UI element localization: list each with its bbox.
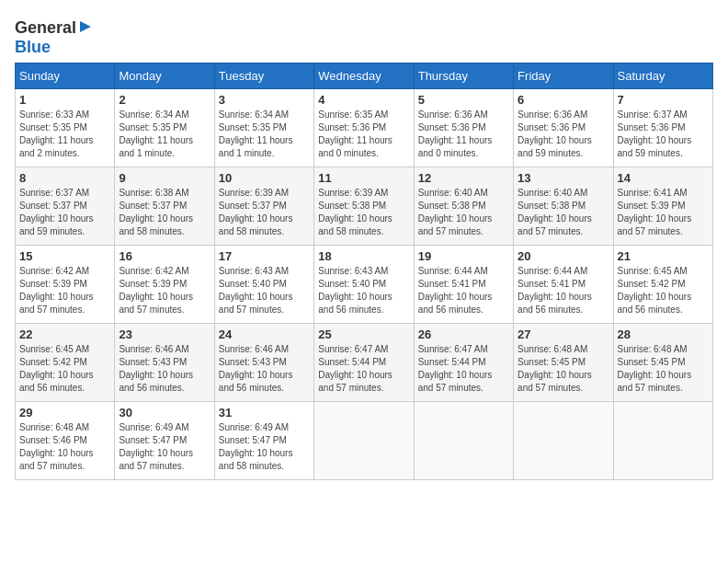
day-number: 19 (418, 249, 509, 263)
calendar-day-31: 31 Sunrise: 6:49 AM Sunset: 5:47 PM Dayl… (214, 402, 313, 480)
calendar-day-28: 28 Sunrise: 6:48 AM Sunset: 5:45 PM Dayl… (613, 324, 712, 402)
logo-general: General (15, 18, 76, 38)
calendar-day-11: 11 Sunrise: 6:39 AM Sunset: 5:38 PM Dayl… (314, 167, 414, 246)
day-info: Sunrise: 6:48 AM Sunset: 5:45 PM Dayligh… (518, 343, 609, 395)
day-number: 21 (618, 249, 709, 263)
day-info: Sunrise: 6:48 AM Sunset: 5:46 PM Dayligh… (19, 421, 110, 473)
day-number: 11 (318, 171, 409, 185)
day-info: Sunrise: 6:33 AM Sunset: 5:35 PM Dayligh… (19, 109, 110, 160)
calendar-day-29: 29 Sunrise: 6:48 AM Sunset: 5:46 PM Dayl… (16, 402, 115, 480)
calendar-day-26: 26 Sunrise: 6:47 AM Sunset: 5:44 PM Dayl… (414, 324, 513, 402)
day-number: 9 (119, 171, 210, 185)
day-info: Sunrise: 6:48 AM Sunset: 5:45 PM Dayligh… (618, 343, 709, 395)
day-number: 27 (518, 327, 609, 341)
day-info: Sunrise: 6:40 AM Sunset: 5:38 PM Dayligh… (518, 187, 609, 238)
day-number: 24 (219, 327, 310, 341)
logo: General Blue (15, 18, 93, 57)
column-header-monday: Monday (115, 63, 214, 89)
day-number: 2 (119, 93, 210, 107)
day-info: Sunrise: 6:41 AM Sunset: 5:39 PM Dayligh… (618, 187, 709, 238)
column-header-saturday: Saturday (613, 63, 712, 89)
day-number: 13 (518, 171, 609, 185)
day-info: Sunrise: 6:35 AM Sunset: 5:36 PM Dayligh… (318, 109, 409, 160)
day-info: Sunrise: 6:47 AM Sunset: 5:44 PM Dayligh… (418, 343, 509, 395)
svg-marker-0 (80, 21, 91, 32)
calendar-day-12: 12 Sunrise: 6:40 AM Sunset: 5:38 PM Dayl… (414, 167, 513, 246)
calendar-day-6: 6 Sunrise: 6:36 AM Sunset: 5:36 PM Dayli… (514, 89, 613, 167)
day-info: Sunrise: 6:44 AM Sunset: 5:41 PM Dayligh… (418, 265, 509, 316)
calendar-table: SundayMondayTuesdayWednesdayThursdayFrid… (15, 63, 713, 480)
day-number: 1 (19, 93, 110, 107)
calendar-day-17: 17 Sunrise: 6:43 AM Sunset: 5:40 PM Dayl… (214, 246, 313, 324)
calendar-day-25: 25 Sunrise: 6:47 AM Sunset: 5:44 PM Dayl… (314, 324, 414, 402)
day-info: Sunrise: 6:37 AM Sunset: 5:37 PM Dayligh… (19, 187, 110, 238)
day-info: Sunrise: 6:49 AM Sunset: 5:47 PM Dayligh… (219, 421, 310, 473)
day-number: 18 (318, 249, 409, 263)
day-info: Sunrise: 6:39 AM Sunset: 5:37 PM Dayligh… (219, 187, 310, 238)
calendar-week-4: 22 Sunrise: 6:45 AM Sunset: 5:42 PM Dayl… (16, 324, 713, 402)
calendar-header-row: SundayMondayTuesdayWednesdayThursdayFrid… (16, 63, 713, 89)
calendar-day-7: 7 Sunrise: 6:37 AM Sunset: 5:36 PM Dayli… (613, 89, 712, 167)
day-info: Sunrise: 6:42 AM Sunset: 5:39 PM Dayligh… (119, 265, 210, 316)
day-number: 25 (318, 327, 409, 341)
day-info: Sunrise: 6:43 AM Sunset: 5:40 PM Dayligh… (318, 265, 409, 316)
day-number: 3 (219, 93, 310, 107)
calendar-day-14: 14 Sunrise: 6:41 AM Sunset: 5:39 PM Dayl… (613, 167, 712, 246)
day-number: 22 (19, 327, 110, 341)
day-number: 8 (19, 171, 110, 185)
calendar-day-22: 22 Sunrise: 6:45 AM Sunset: 5:42 PM Dayl… (16, 324, 115, 402)
column-header-thursday: Thursday (414, 63, 513, 89)
calendar-week-5: 29 Sunrise: 6:48 AM Sunset: 5:46 PM Dayl… (16, 402, 713, 480)
day-number: 30 (119, 406, 210, 419)
column-header-wednesday: Wednesday (314, 63, 414, 89)
day-info: Sunrise: 6:38 AM Sunset: 5:37 PM Dayligh… (119, 187, 210, 238)
calendar-day-4: 4 Sunrise: 6:35 AM Sunset: 5:36 PM Dayli… (314, 89, 414, 167)
day-info: Sunrise: 6:37 AM Sunset: 5:36 PM Dayligh… (618, 109, 709, 160)
day-number: 7 (618, 93, 709, 107)
day-number: 29 (19, 406, 110, 419)
calendar-day-13: 13 Sunrise: 6:40 AM Sunset: 5:38 PM Dayl… (514, 167, 613, 246)
calendar-day-2: 2 Sunrise: 6:34 AM Sunset: 5:35 PM Dayli… (115, 89, 214, 167)
day-number: 6 (518, 93, 609, 107)
day-number: 14 (618, 171, 709, 185)
calendar-day-21: 21 Sunrise: 6:45 AM Sunset: 5:42 PM Dayl… (613, 246, 712, 324)
calendar-week-3: 15 Sunrise: 6:42 AM Sunset: 5:39 PM Dayl… (16, 246, 713, 324)
calendar-day-30: 30 Sunrise: 6:49 AM Sunset: 5:47 PM Dayl… (115, 402, 214, 480)
empty-day (314, 402, 414, 480)
calendar-day-23: 23 Sunrise: 6:46 AM Sunset: 5:43 PM Dayl… (115, 324, 214, 402)
day-number: 16 (119, 249, 210, 263)
day-number: 4 (318, 93, 409, 107)
calendar-day-16: 16 Sunrise: 6:42 AM Sunset: 5:39 PM Dayl… (115, 246, 214, 324)
calendar-week-2: 8 Sunrise: 6:37 AM Sunset: 5:37 PM Dayli… (16, 167, 713, 246)
day-info: Sunrise: 6:47 AM Sunset: 5:44 PM Dayligh… (318, 343, 409, 395)
empty-day (414, 402, 513, 480)
column-header-sunday: Sunday (16, 63, 115, 89)
day-number: 5 (418, 93, 509, 107)
calendar-day-27: 27 Sunrise: 6:48 AM Sunset: 5:45 PM Dayl… (514, 324, 613, 402)
calendar-day-8: 8 Sunrise: 6:37 AM Sunset: 5:37 PM Dayli… (16, 167, 115, 246)
day-number: 28 (618, 327, 709, 341)
day-number: 10 (219, 171, 310, 185)
day-info: Sunrise: 6:36 AM Sunset: 5:36 PM Dayligh… (418, 109, 509, 160)
logo-icon (78, 19, 93, 38)
page-header: General Blue (15, 15, 713, 57)
day-number: 12 (418, 171, 509, 185)
day-number: 17 (219, 249, 310, 263)
logo-blue: Blue (15, 38, 51, 56)
day-info: Sunrise: 6:36 AM Sunset: 5:36 PM Dayligh… (518, 109, 609, 160)
day-info: Sunrise: 6:40 AM Sunset: 5:38 PM Dayligh… (418, 187, 509, 238)
day-info: Sunrise: 6:46 AM Sunset: 5:43 PM Dayligh… (119, 343, 210, 395)
day-info: Sunrise: 6:45 AM Sunset: 5:42 PM Dayligh… (19, 343, 110, 395)
day-info: Sunrise: 6:46 AM Sunset: 5:43 PM Dayligh… (219, 343, 310, 395)
calendar-day-20: 20 Sunrise: 6:44 AM Sunset: 5:41 PM Dayl… (514, 246, 613, 324)
calendar-day-24: 24 Sunrise: 6:46 AM Sunset: 5:43 PM Dayl… (214, 324, 313, 402)
calendar-day-1: 1 Sunrise: 6:33 AM Sunset: 5:35 PM Dayli… (16, 89, 115, 167)
calendar-day-9: 9 Sunrise: 6:38 AM Sunset: 5:37 PM Dayli… (115, 167, 214, 246)
day-info: Sunrise: 6:49 AM Sunset: 5:47 PM Dayligh… (119, 421, 210, 473)
day-info: Sunrise: 6:34 AM Sunset: 5:35 PM Dayligh… (219, 109, 310, 160)
day-info: Sunrise: 6:34 AM Sunset: 5:35 PM Dayligh… (119, 109, 210, 160)
calendar-day-5: 5 Sunrise: 6:36 AM Sunset: 5:36 PM Dayli… (414, 89, 513, 167)
day-number: 23 (119, 327, 210, 341)
day-info: Sunrise: 6:42 AM Sunset: 5:39 PM Dayligh… (19, 265, 110, 316)
empty-day (514, 402, 613, 480)
